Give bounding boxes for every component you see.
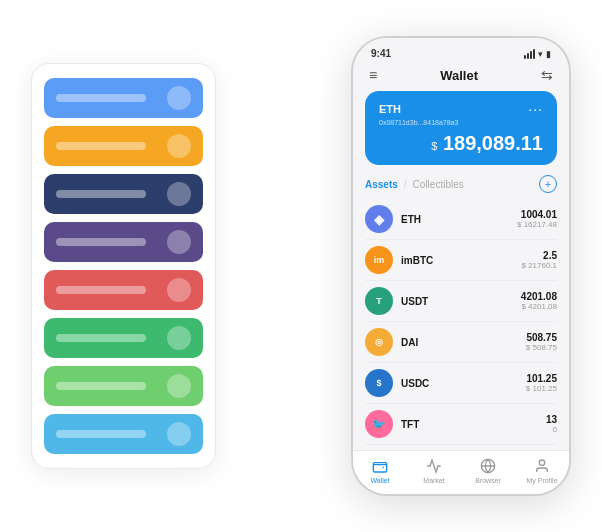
asset-values-eth: 1004.01 $ 16217.48 (517, 209, 557, 229)
eth-wallet-card[interactable]: ETH ··· 0x08711d3b...8418a78a3 $ 189,089… (365, 91, 557, 165)
signal-icon (524, 49, 535, 59)
asset-amount: 508.75 (526, 332, 557, 343)
card-icon (167, 134, 191, 158)
nav-wallet[interactable]: Wallet (353, 457, 407, 484)
bottom-nav: Wallet Market Browser (353, 450, 569, 494)
card-label-bar (56, 94, 146, 102)
dai-icon: ◎ (365, 328, 393, 356)
tab-collectibles[interactable]: Collectibles (413, 179, 464, 190)
card-label-bar (56, 334, 146, 342)
status-bar: 9:41 ▾ ▮ (353, 38, 569, 63)
imbtc-icon: im (365, 246, 393, 274)
list-item (44, 270, 203, 310)
list-item (44, 78, 203, 118)
asset-amount: 13 (546, 414, 557, 425)
asset-name-usdc: USDC (401, 378, 526, 389)
card-label-bar (56, 286, 146, 294)
asset-usd: $ 4201.08 (521, 302, 557, 311)
asset-name-dai: DAI (401, 337, 526, 348)
usdt-icon: T (365, 287, 393, 315)
card-icon (167, 422, 191, 446)
asset-amount: 1004.01 (517, 209, 557, 220)
usdc-icon: $ (365, 369, 393, 397)
menu-icon[interactable]: ≡ (369, 67, 377, 83)
phone-header: ≡ Wallet ⇆ (353, 63, 569, 91)
asset-usd: 0 (546, 425, 557, 434)
eth-card-options-icon[interactable]: ··· (528, 101, 543, 117)
table-row: im imBTC 2.5 $ 21760.1 (365, 240, 557, 281)
card-label-bar (56, 238, 146, 246)
currency-prefix: $ (431, 140, 437, 152)
table-row: $ USDC 101.25 $ 101.25 (365, 363, 557, 404)
asset-values-tft: 13 0 (546, 414, 557, 434)
list-item (44, 366, 203, 406)
nav-market[interactable]: Market (407, 457, 461, 484)
eth-card-header: ETH ··· (379, 101, 543, 117)
asset-usd: $ 21760.1 (521, 261, 557, 270)
list-item (44, 222, 203, 262)
card-stack (31, 63, 216, 469)
browser-nav-icon (479, 457, 497, 475)
nav-browser-label: Browser (475, 477, 501, 484)
table-row: ◈ ETH 1004.01 $ 16217.48 (365, 199, 557, 240)
table-row: ◎ DAI 508.75 $ 508.75 (365, 322, 557, 363)
list-item (44, 126, 203, 166)
assets-tabs: Assets / Collectibles (365, 179, 464, 190)
card-icon (167, 278, 191, 302)
nav-profile[interactable]: My Profile (515, 457, 569, 484)
asset-values-dai: 508.75 $ 508.75 (526, 332, 557, 352)
card-icon (167, 326, 191, 350)
scene: 9:41 ▾ ▮ ≡ Wallet ⇆ ETH (21, 21, 581, 511)
asset-amount: 4201.08 (521, 291, 557, 302)
nav-market-label: Market (423, 477, 444, 484)
add-asset-button[interactable]: + (539, 175, 557, 193)
battery-icon: ▮ (546, 49, 551, 59)
eth-card-address: 0x08711d3b...8418a78a3 (379, 119, 543, 126)
phone-content: ETH ··· 0x08711d3b...8418a78a3 $ 189,089… (353, 91, 569, 450)
asset-values-usdt: 4201.08 $ 4201.08 (521, 291, 557, 311)
asset-values-usdc: 101.25 $ 101.25 (526, 373, 557, 393)
asset-name-eth: ETH (401, 214, 517, 225)
table-row: 🐦 TFT 13 0 (365, 404, 557, 445)
card-icon (167, 86, 191, 110)
eth-card-name: ETH (379, 103, 401, 115)
phone-frame: 9:41 ▾ ▮ ≡ Wallet ⇆ ETH (351, 36, 571, 496)
asset-amount: 101.25 (526, 373, 557, 384)
card-label-bar (56, 430, 146, 438)
nav-browser[interactable]: Browser (461, 457, 515, 484)
asset-name-tft: TFT (401, 419, 546, 430)
status-time: 9:41 (371, 48, 391, 59)
svg-point-3 (539, 460, 544, 465)
asset-values-imbtc: 2.5 $ 21760.1 (521, 250, 557, 270)
asset-list: ◈ ETH 1004.01 $ 16217.48 im imBTC 2.5 $ … (365, 199, 557, 450)
nav-profile-label: My Profile (526, 477, 557, 484)
asset-name-usdt: USDT (401, 296, 521, 307)
card-label-bar (56, 142, 146, 150)
asset-usd: $ 101.25 (526, 384, 557, 393)
tab-assets[interactable]: Assets (365, 179, 398, 190)
tab-separator: / (404, 179, 407, 190)
tft-icon: 🐦 (365, 410, 393, 438)
table-row: T USDT 4201.08 $ 4201.08 (365, 281, 557, 322)
list-item (44, 414, 203, 454)
balance-amount: 189,089.11 (443, 132, 543, 154)
asset-amount: 2.5 (521, 250, 557, 261)
wifi-icon: ▾ (538, 49, 543, 59)
card-label-bar (56, 382, 146, 390)
list-item (44, 174, 203, 214)
expand-icon[interactable]: ⇆ (541, 67, 553, 83)
list-item (44, 318, 203, 358)
profile-nav-icon (533, 457, 551, 475)
market-nav-icon (425, 457, 443, 475)
status-icons: ▾ ▮ (524, 49, 551, 59)
nav-wallet-label: Wallet (370, 477, 389, 484)
assets-header: Assets / Collectibles + (365, 175, 557, 193)
card-icon (167, 182, 191, 206)
asset-usd: $ 508.75 (526, 343, 557, 352)
card-label-bar (56, 190, 146, 198)
asset-name-imbtc: imBTC (401, 255, 521, 266)
card-icon (167, 374, 191, 398)
eth-card-balance: $ 189,089.11 (379, 132, 543, 155)
card-icon (167, 230, 191, 254)
wallet-nav-icon (371, 457, 389, 475)
